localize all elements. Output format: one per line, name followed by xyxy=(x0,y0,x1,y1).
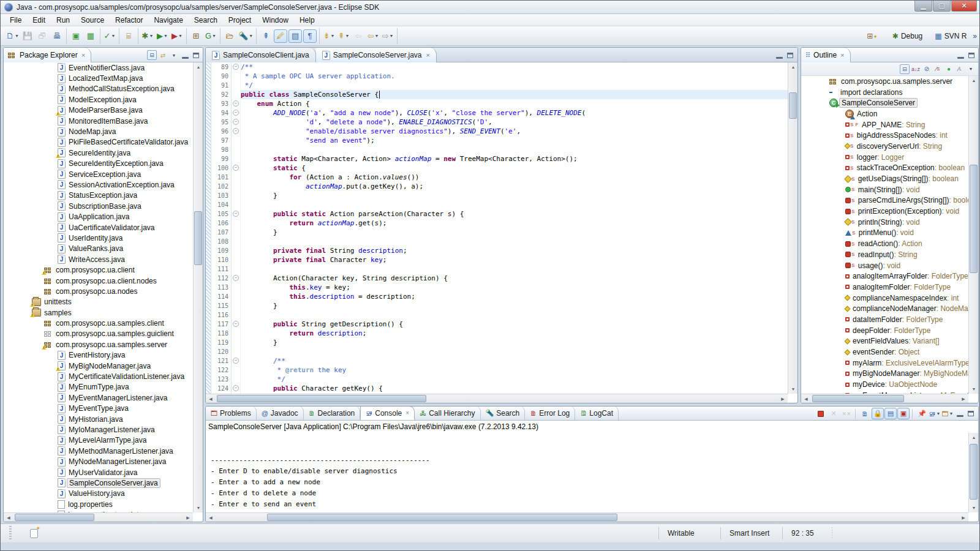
collapse-all-icon[interactable]: ⊟ xyxy=(147,50,157,60)
tree-item[interactable]: JMyUserValidator.java xyxy=(4,467,193,478)
tree-item[interactable]: JWriteAccess.java xyxy=(4,254,193,264)
code-line[interactable] xyxy=(241,237,788,246)
print-icon[interactable]: 🖶 xyxy=(50,29,64,43)
tree-item[interactable]: JEventHistory.java xyxy=(4,350,193,361)
outline-item[interactable]: SreadInput() : String xyxy=(801,249,968,260)
fold-collapse-icon[interactable]: − xyxy=(233,119,239,125)
tree-item[interactable]: com.prosysopc.ua.client xyxy=(4,264,193,275)
menu-help[interactable]: Help xyxy=(294,15,320,26)
code-line[interactable]: */ xyxy=(241,375,788,384)
code-line[interactable]: */ xyxy=(241,81,788,90)
minimize-view-icon[interactable] xyxy=(180,50,190,60)
code-line[interactable]: this.description = description; xyxy=(241,292,788,301)
last-edit-icon[interactable]: ⇦ xyxy=(352,29,365,43)
tree-item[interactable]: unittests xyxy=(4,297,193,307)
outline-item[interactable]: complianceNamespaceIndex : int xyxy=(801,293,968,304)
console-tab-javadoc[interactable]: @Javadoc xyxy=(257,406,304,420)
tree-item[interactable]: com.prosysopc.ua.samples.guiclient xyxy=(4,329,193,339)
code-line[interactable]: public class SampleConsoleServer { xyxy=(241,90,788,99)
code-line[interactable]: this.key = key; xyxy=(241,283,788,292)
outline-item[interactable]: eventFieldValues : Variant[] xyxy=(801,336,968,347)
outline-item[interactable]: SprintMenu() : void xyxy=(801,228,968,239)
open-perspective-button[interactable]: ⊞✦ xyxy=(862,30,885,42)
code-line[interactable] xyxy=(241,347,788,356)
tab-package-explorer[interactable]: Package Explorer × xyxy=(4,48,91,62)
maximize-view-icon[interactable] xyxy=(967,50,976,60)
code-line[interactable]: * A sample OPC UA server application. xyxy=(241,72,788,81)
code-line[interactable]: private final String description; xyxy=(241,246,788,255)
tree-item[interactable]: JMyMethodManagerListener.java xyxy=(4,446,193,456)
hide-non-public-icon[interactable]: ● xyxy=(944,64,954,74)
code-line[interactable]: static { xyxy=(241,163,788,173)
console-tab-error-log[interactable]: 🗎Error Log xyxy=(525,406,575,420)
next-annotation-icon[interactable]: ⇟▼ xyxy=(322,29,336,43)
outline-item[interactable]: myAlarm : ExclusiveLevelAlarmType xyxy=(801,358,968,369)
fold-collapse-icon[interactable]: − xyxy=(233,110,239,116)
show-whitespace-icon[interactable]: ¶ xyxy=(303,29,317,43)
code-line[interactable]: "send an event"); xyxy=(241,136,788,145)
maximize-editor-icon[interactable] xyxy=(785,50,795,60)
show-on-output-icon[interactable]: ▣ xyxy=(897,408,910,419)
tree-item[interactable]: JUserIdentity.java xyxy=(4,233,193,243)
hide-static-icon[interactable]: ∕S xyxy=(933,64,943,74)
menu-project[interactable]: Project xyxy=(223,15,257,26)
new-wizard-icon[interactable]: 🗋▼ xyxy=(6,29,20,43)
menu-source[interactable]: Source xyxy=(75,15,110,26)
code-line[interactable]: /** xyxy=(241,62,788,72)
tree-item[interactable]: com.prosysopc.ua.nodes xyxy=(4,286,193,296)
back-icon[interactable]: ⇦▼ xyxy=(366,29,380,43)
maximize-view-icon[interactable] xyxy=(191,50,201,60)
code-line[interactable]: enum Action { xyxy=(241,99,788,108)
outline-item[interactable]: com.prosysopc.ua.samples.server xyxy=(801,76,968,87)
code-line[interactable]: "enable/disable server diagnostics"), SE… xyxy=(241,127,788,136)
collapse-all-icon[interactable]: ⊟ xyxy=(900,64,910,74)
outline-item[interactable]: myDevice : UaObjectNode xyxy=(801,379,968,390)
tree-item[interactable]: JMyHistorian.java xyxy=(4,414,193,424)
tree-item[interactable]: samples xyxy=(4,307,193,318)
fold-collapse-icon[interactable]: − xyxy=(233,64,239,70)
tree-item[interactable]: JMyLevelAlarmType.java xyxy=(4,435,193,446)
console-tab-logcat[interactable]: 🖺LogCat xyxy=(575,406,619,420)
console-tab-search[interactable]: 🔦Search xyxy=(481,406,526,420)
package-explorer-vscrollbar[interactable]: ▲ ▼ xyxy=(193,62,203,512)
editor-tab[interactable]: JSampleConsoleServer.java× xyxy=(316,48,437,62)
title-bar[interactable]: Java - com.prosysopc.ua/samples/com/pros… xyxy=(1,1,979,14)
new-visual-class-icon[interactable]: ⌸ xyxy=(122,29,135,43)
console-tab-call-hierarchy[interactable]: 🖧Call Hierarchy xyxy=(415,406,480,420)
outline-item[interactable]: SparseCmdLineArgs(String[]) : boolean xyxy=(801,195,968,206)
code-line[interactable]: private final Character key; xyxy=(241,255,788,264)
code-line[interactable]: return description; xyxy=(241,329,788,338)
menu-search[interactable]: Search xyxy=(189,15,223,26)
tab-outline[interactable]: ⠿ Outline × xyxy=(801,48,851,62)
editor-body[interactable]: 8990919293949596979899100101102103104105… xyxy=(206,62,797,394)
run-icon[interactable]: ▶▼ xyxy=(156,29,169,43)
tree-item[interactable]: com.prosysopc.ua.samples.server xyxy=(4,339,193,350)
code-line[interactable]: for (Action a : Action.values()) xyxy=(241,173,788,182)
tree-item[interactable]: JServiceException.java xyxy=(4,169,193,179)
window-maximize-button[interactable]: ▢ xyxy=(933,1,951,12)
console-tab-console[interactable]: 🖳Console× xyxy=(360,406,415,420)
outline-item[interactable]: Susage() : void xyxy=(801,260,968,271)
outline-item[interactable]: Slogger : Logger xyxy=(801,152,968,163)
outline-item[interactable]: CSampleConsoleServer xyxy=(801,97,968,108)
outline-item[interactable]: EAction xyxy=(801,108,968,119)
code-line[interactable]: actionMap.put(a.getKey(), a); xyxy=(241,182,788,191)
close-icon[interactable]: × xyxy=(426,51,430,59)
save-all-icon[interactable]: 🗗 xyxy=(36,29,49,43)
pin-console-icon[interactable]: 📌 xyxy=(916,408,928,419)
code-line[interactable] xyxy=(241,264,788,274)
window-minimize-button[interactable]: ▁ xyxy=(914,1,932,12)
code-line[interactable]: public static Action parseAction(Charact… xyxy=(241,209,788,219)
tree-item[interactable]: JLocalizedTextMap.java xyxy=(4,73,193,83)
outline-item[interactable]: dataItemFolder : FolderType xyxy=(801,314,968,325)
outline-item[interactable]: SprintException(Exception) : void xyxy=(801,206,968,217)
maximize-view-icon[interactable] xyxy=(966,408,976,418)
tree-item[interactable]: JMyCertificateValidationListener.java xyxy=(4,371,193,381)
tree-item[interactable]: JUaApplication.java xyxy=(4,211,193,222)
outline-item[interactable]: SstackTraceOnException : boolean xyxy=(801,163,968,174)
tree-item[interactable]: JEventNotifierClass.java xyxy=(4,62,193,73)
code-line[interactable]: } xyxy=(241,191,788,200)
perspective-overflow-chevron[interactable]: » xyxy=(973,32,977,40)
outline-vscrollbar[interactable]: ▲ ▼ xyxy=(968,76,978,394)
clear-console-icon[interactable]: 🗎 xyxy=(859,408,871,419)
